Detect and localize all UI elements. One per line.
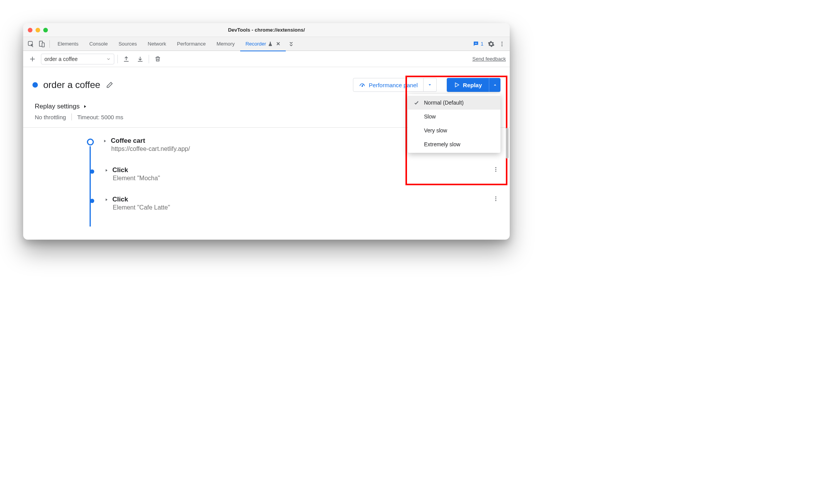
gauge-icon — [359, 81, 366, 88]
step-kebab-icon[interactable] — [491, 166, 500, 173]
menu-item-label: Normal (Default) — [424, 100, 464, 106]
step-name: Coffee cart — [111, 137, 145, 145]
menu-item-label: Slow — [424, 113, 436, 120]
titlebar: DevTools - chrome://extensions/ — [23, 23, 510, 37]
svg-point-15 — [495, 198, 497, 200]
step-name: Click — [112, 196, 128, 203]
replay-group: Replay Normal (Default) Slow — [447, 78, 500, 92]
svg-point-5 — [502, 43, 503, 44]
separator — [117, 55, 118, 63]
replay-speed-menu: Normal (Default) Slow Very slow Extremel… — [408, 94, 500, 153]
tab-label: Recorder — [246, 41, 266, 47]
recording-header: order a coffee Performance panel Replay — [23, 67, 510, 101]
tab-label: Network — [148, 41, 166, 47]
svg-point-16 — [495, 200, 497, 201]
recording-title: order a coffee — [43, 79, 100, 90]
tab-label: Memory — [217, 41, 235, 47]
performance-panel-dropdown[interactable] — [424, 78, 437, 92]
tab-performance[interactable]: Performance — [171, 37, 211, 51]
maximize-window-button[interactable] — [43, 28, 48, 32]
check-icon — [413, 100, 419, 106]
tab-network[interactable]: Network — [142, 37, 172, 51]
replay-speed-slow[interactable]: Slow — [408, 110, 500, 123]
step-subtitle: Element "Mocha" — [113, 175, 483, 182]
issues-badge[interactable]: 1 — [470, 41, 486, 47]
kebab-menu-icon[interactable] — [497, 39, 507, 49]
step-node-icon — [90, 199, 94, 203]
step-name: Click — [112, 166, 128, 174]
timeline-line — [90, 146, 91, 227]
menu-item-label: Very slow — [424, 127, 447, 134]
recorder-toolbar: order a coffee Send feedback — [23, 51, 510, 67]
svg-rect-3 — [475, 43, 477, 43]
chevron-down-icon — [106, 57, 111, 61]
replay-speed-dropdown[interactable] — [489, 78, 500, 92]
chevron-right-icon — [104, 168, 109, 173]
step-kebab-icon[interactable] — [491, 196, 500, 202]
throttling-value: No throttling — [35, 114, 66, 120]
recording-select[interactable]: order a coffee — [41, 54, 114, 64]
delete-icon[interactable] — [152, 54, 163, 64]
svg-point-4 — [502, 42, 503, 43]
step-item[interactable]: Click Element "Mocha" — [86, 166, 500, 182]
svg-point-6 — [502, 45, 503, 46]
separator — [149, 55, 149, 63]
active-tab-underline — [240, 51, 286, 51]
play-icon — [454, 82, 460, 88]
replay-speed-very-slow[interactable]: Very slow — [408, 123, 500, 137]
close-window-button[interactable] — [28, 28, 32, 32]
chevron-right-icon — [103, 139, 107, 143]
tab-sources[interactable]: Sources — [113, 37, 142, 51]
edit-title-icon[interactable] — [106, 81, 114, 89]
svg-rect-2 — [42, 43, 44, 47]
tab-label: Console — [89, 41, 108, 47]
replay-settings-label: Replay settings — [35, 103, 80, 110]
window-title: DevTools - chrome://extensions/ — [23, 27, 510, 33]
step-item[interactable]: Click Element "Cafe Latte" — [86, 196, 500, 211]
tab-recorder[interactable]: Recorder ✕ — [240, 37, 286, 51]
chevron-right-icon — [83, 104, 87, 109]
svg-point-14 — [495, 196, 497, 198]
step-subtitle: Element "Cafe Latte" — [113, 204, 483, 211]
minimize-window-button[interactable] — [36, 28, 40, 32]
tabstrip: Elements Console Sources Network Perform… — [23, 37, 510, 51]
svg-point-11 — [495, 167, 497, 168]
replay-button[interactable]: Replay — [447, 78, 489, 92]
issues-count: 1 — [481, 41, 483, 47]
svg-point-13 — [495, 171, 497, 172]
new-recording-button[interactable] — [27, 54, 38, 64]
more-tabs-icon[interactable] — [286, 39, 297, 49]
separator — [49, 40, 50, 48]
traffic-lights — [28, 28, 48, 32]
separator — [71, 113, 72, 120]
step-node-icon — [90, 169, 94, 174]
replay-label: Replay — [463, 82, 482, 88]
step-node-start-icon — [87, 139, 94, 145]
settings-gear-icon[interactable] — [486, 39, 497, 49]
performance-panel-button[interactable]: Performance panel — [353, 78, 424, 92]
tab-memory[interactable]: Memory — [211, 37, 240, 51]
device-toolbar-icon[interactable] — [36, 39, 47, 49]
chevron-right-icon — [104, 198, 109, 202]
export-icon[interactable] — [121, 54, 132, 64]
replay-speed-normal[interactable]: Normal (Default) — [408, 96, 500, 110]
tab-console[interactable]: Console — [84, 37, 113, 51]
menu-item-label: Extremely slow — [424, 141, 460, 147]
devtools-window: DevTools - chrome://extensions/ Elements… — [23, 23, 510, 240]
close-tab-icon[interactable]: ✕ — [276, 41, 280, 47]
inspect-element-icon[interactable] — [25, 39, 36, 49]
svg-point-12 — [495, 169, 497, 170]
scrollbar[interactable] — [506, 128, 509, 159]
recording-dot-icon — [32, 82, 38, 88]
send-feedback-link[interactable]: Send feedback — [472, 56, 506, 62]
replay-speed-extremely-slow[interactable]: Extremely slow — [408, 137, 500, 151]
tab-label: Elements — [58, 41, 78, 47]
recording-select-label: order a coffee — [44, 56, 78, 62]
svg-point-7 — [362, 86, 363, 86]
performance-panel-label: Performance panel — [369, 82, 418, 88]
import-icon[interactable] — [135, 54, 146, 64]
timeout-value: Timeout: 5000 ms — [77, 114, 124, 120]
flask-icon — [268, 41, 273, 47]
tab-label: Sources — [119, 41, 137, 47]
tab-elements[interactable]: Elements — [52, 37, 84, 51]
